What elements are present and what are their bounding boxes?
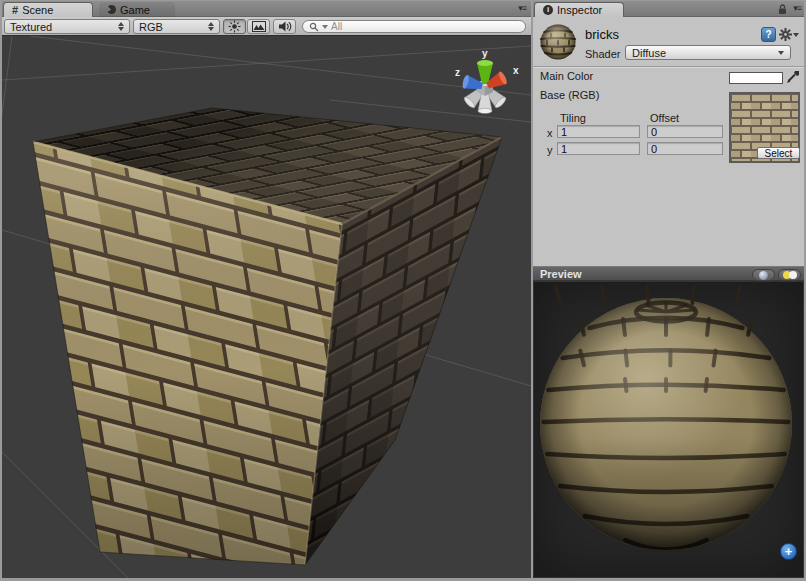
tiling-label: Tiling: [560, 112, 586, 124]
skybox-toggle-button[interactable]: [247, 19, 270, 34]
tab-game-label: Game: [120, 4, 150, 16]
y-row-label: y: [547, 144, 553, 156]
draw-mode-dropdown[interactable]: Textured: [4, 19, 130, 34]
divider: [533, 66, 804, 68]
light-toggle-icon: [783, 271, 797, 280]
chevron-down-icon: [793, 33, 799, 37]
shader-label: Shader: [585, 48, 620, 60]
axis-gizmo[interactable]: y z x: [455, 48, 519, 114]
select-button[interactable]: Select: [757, 147, 800, 159]
panel-menu-icon[interactable]: ▾≡: [793, 3, 801, 13]
main-color-label: Main Color: [540, 70, 593, 82]
preview-mesh-button[interactable]: [752, 269, 775, 281]
brick-cube[interactable]: [33, 108, 502, 565]
tab-scene[interactable]: # Scene: [3, 2, 93, 17]
search-placeholder: All: [331, 21, 342, 32]
offset-y-field[interactable]: [647, 142, 723, 155]
audio-toggle-button[interactable]: [273, 19, 296, 34]
sphere-preview-icon: [759, 271, 768, 280]
add-icon[interactable]: +: [780, 543, 797, 560]
tab-inspector[interactable]: i Inspector: [534, 2, 624, 17]
offset-label: Offset: [650, 112, 679, 124]
shader-dropdown[interactable]: Diffuse: [625, 45, 791, 60]
chevron-down-icon: [778, 51, 784, 55]
preview-header[interactable]: Preview: [533, 266, 804, 281]
speaker-icon: [278, 20, 292, 33]
material-preview-sphere: [533, 281, 804, 578]
material-inspector: bricks Shader Diffuse ?: [533, 17, 804, 266]
shader-value: Diffuse: [632, 47, 778, 59]
info-icon: i: [543, 5, 553, 15]
tab-inspector-label: Inspector: [557, 4, 602, 16]
lock-icon[interactable]: [778, 4, 787, 15]
updown-arrows-icon: [208, 22, 214, 31]
tab-game[interactable]: Game: [99, 2, 175, 17]
preview-light-button[interactable]: [778, 269, 801, 281]
base-texture-label: Base (RGB): [540, 89, 599, 101]
gear-glyph-icon: [779, 28, 792, 41]
image-icon: [252, 21, 266, 32]
preview-title: Preview: [540, 268, 582, 280]
scene-pane: # Scene Game ▾≡ Textured RGB: [2, 1, 531, 578]
material-name: bricks: [585, 27, 619, 42]
scene-search-field[interactable]: All: [302, 20, 526, 33]
axis-x-label[interactable]: x: [513, 65, 519, 76]
inspector-tabstrip: i Inspector ▾≡: [533, 1, 804, 17]
updown-arrows-icon: [118, 22, 124, 31]
lighting-toggle-button[interactable]: [223, 19, 246, 34]
main-color-swatch[interactable]: [729, 72, 783, 84]
scene-viewport[interactable]: y z x: [2, 36, 531, 578]
panel-menu-icon[interactable]: ▾≡: [518, 3, 526, 13]
tab-scene-label: Scene: [22, 4, 53, 16]
inspector-pane: i Inspector ▾≡: [533, 1, 804, 578]
scene-toolbar: Textured RGB: [2, 17, 531, 36]
search-filter-arrow-icon: [322, 25, 328, 29]
base-texture-thumbnail[interactable]: Select: [729, 92, 800, 163]
preview-body[interactable]: +: [533, 281, 804, 578]
axis-z-label[interactable]: z: [455, 67, 460, 78]
x-row-label: x: [547, 127, 553, 139]
eyedropper-icon[interactable]: [786, 70, 800, 84]
sun-icon: [228, 20, 241, 33]
tiling-y-field[interactable]: [557, 142, 640, 155]
grid-icon: #: [12, 4, 18, 16]
search-icon: [309, 22, 319, 32]
unity-editor-window: # Scene Game ▾≡ Textured RGB: [0, 0, 806, 581]
material-ball-thumbnail[interactable]: [539, 23, 577, 61]
draw-mode-value: Textured: [10, 21, 112, 33]
color-mode-dropdown[interactable]: RGB: [133, 19, 220, 34]
game-icon: [107, 5, 116, 14]
offset-x-field[interactable]: [647, 125, 723, 138]
gear-icon[interactable]: [779, 27, 799, 42]
help-icon[interactable]: ?: [761, 27, 776, 42]
color-mode-value: RGB: [139, 21, 202, 33]
tiling-x-field[interactable]: [557, 125, 640, 138]
axis-y-label[interactable]: y: [482, 48, 488, 59]
scene-tabstrip: # Scene Game ▾≡: [2, 1, 531, 17]
